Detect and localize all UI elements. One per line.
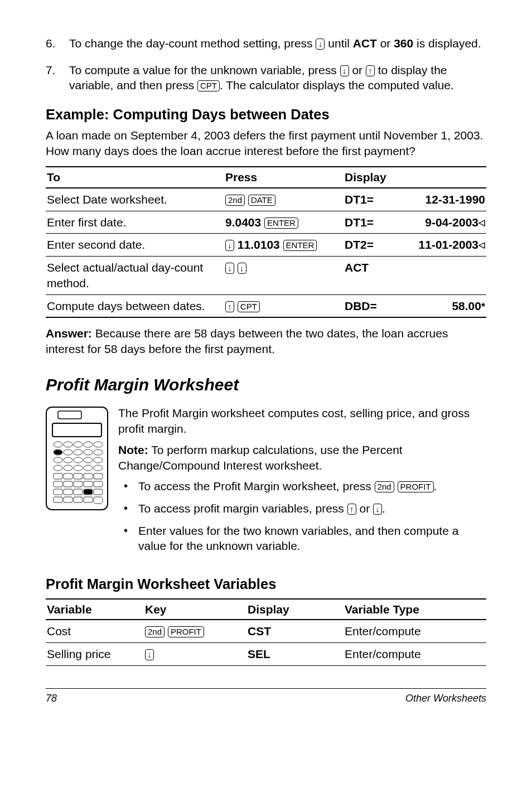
profit-key: PROFIT xyxy=(168,626,204,637)
svg-rect-42 xyxy=(94,497,103,504)
table-row: Compute days between dates. ↑ CPT DBD= 5… xyxy=(46,294,486,317)
enter-key: ENTER xyxy=(283,240,317,251)
svg-rect-30 xyxy=(74,481,83,487)
profit-text: The Profit Margin worksheet computes cos… xyxy=(118,405,486,560)
svg-rect-32 xyxy=(94,481,103,487)
svg-point-21 xyxy=(84,465,93,471)
col-key: Key xyxy=(144,599,246,620)
svg-point-17 xyxy=(94,457,103,463)
text: . The calculator displays the computed v… xyxy=(220,79,454,91)
second-key: 2nd xyxy=(145,626,165,637)
text: . xyxy=(382,502,385,515)
example-table: To Press Display Select Date worksheet. … xyxy=(46,166,486,318)
svg-rect-34 xyxy=(64,489,72,495)
svg-point-18 xyxy=(54,465,62,471)
col-type: Variable Type xyxy=(344,599,486,620)
cell-value: 58.00* xyxy=(393,294,486,317)
cell-display: DT1= xyxy=(344,211,393,234)
svg-rect-41 xyxy=(84,497,93,502)
up-arrow-key: ↑ xyxy=(225,301,234,312)
cell-display: ACT xyxy=(344,257,393,294)
down-arrow-key: ↓ xyxy=(145,649,154,660)
cell-value: 9-04-2003◁ xyxy=(393,211,486,234)
svg-rect-38 xyxy=(54,497,62,502)
down-arrow-key: ↓ xyxy=(238,263,246,274)
profit-bullets: To access the Profit Margin worksheet, p… xyxy=(119,478,486,554)
svg-point-11 xyxy=(84,450,93,455)
page-footer: 78 Other Worksheets xyxy=(46,688,486,705)
example-intro: A loan made on September 4, 2003 defers … xyxy=(46,128,486,158)
list-item: To access the Profit Margin worksheet, p… xyxy=(119,478,486,494)
profit-note: Note: To perform markup calculations, us… xyxy=(118,442,486,473)
text: or xyxy=(377,37,394,50)
text: To compute a value for the unknown varia… xyxy=(69,64,340,76)
svg-rect-37 xyxy=(94,489,103,495)
svg-point-4 xyxy=(64,442,72,447)
calculator-icon xyxy=(46,407,108,560)
svg-rect-31 xyxy=(84,481,93,487)
cell-value: 11-01-2003◁ xyxy=(393,234,486,257)
entry-value: 11.0103 xyxy=(238,238,280,251)
table-row: Enter first date. 9.0403 ENTER DT1= 9-04… xyxy=(46,211,486,234)
text: To change the day-count method setting, … xyxy=(69,37,316,50)
answer-para: Answer: Because there are 58 days betwee… xyxy=(46,326,486,356)
down-arrow-key: ↓ xyxy=(225,263,234,274)
cell-type: Enter/compute xyxy=(344,643,486,666)
cell-press: 9.0403 ENTER xyxy=(224,211,344,234)
svg-rect-39 xyxy=(64,497,72,502)
col-display: Display xyxy=(246,599,344,620)
list-item: Enter values for the two known variables… xyxy=(119,523,486,554)
cell-press: ↓ ↓ xyxy=(224,257,344,294)
svg-rect-26 xyxy=(84,473,93,479)
cell-press: ↑ CPT xyxy=(224,294,344,317)
cell-display: CST xyxy=(246,620,344,642)
step-number: 6. xyxy=(46,36,69,51)
360-label: 360 xyxy=(394,37,413,50)
svg-rect-35 xyxy=(74,489,83,495)
text: To access profit margin variables, press xyxy=(138,502,347,515)
date-key: DATE xyxy=(248,195,275,206)
cell-variable: Selling price xyxy=(46,643,144,666)
cell-value xyxy=(393,257,486,294)
cell-display: DT1= xyxy=(344,188,393,211)
svg-point-5 xyxy=(74,442,83,447)
down-arrow-key: ↓ xyxy=(340,65,349,76)
cell-variable: Cost xyxy=(46,620,144,642)
svg-rect-28 xyxy=(54,481,62,487)
down-arrow-key: ↓ xyxy=(316,38,325,50)
cell-display: SEL xyxy=(246,643,344,666)
step-7: 7. To compute a value for the unknown va… xyxy=(46,62,486,93)
down-arrow-key: ↓ xyxy=(225,240,234,251)
svg-rect-2 xyxy=(52,423,101,437)
text: or xyxy=(349,64,366,76)
svg-point-22 xyxy=(94,465,103,471)
profit-section: The Profit Margin worksheet computes cos… xyxy=(46,405,486,560)
compute-indicator-icon: * xyxy=(481,301,485,312)
text: To access the Profit Margin worksheet, p… xyxy=(138,480,375,492)
text: is displayed. xyxy=(413,37,481,50)
answer-text: Because there are 58 days between the tw… xyxy=(46,327,448,355)
col-to: To xyxy=(46,167,224,188)
table-row: Enter second date. ↓ 11.0103 ENTER DT2= … xyxy=(46,234,486,257)
cell-to: Enter first date. xyxy=(46,211,224,234)
cell-display: DBD= xyxy=(344,294,393,317)
step-body: To compute a value for the unknown varia… xyxy=(69,62,486,93)
cpt-key: CPT xyxy=(197,80,220,91)
cell-type: Enter/compute xyxy=(344,620,486,642)
svg-rect-40 xyxy=(74,497,83,502)
svg-point-20 xyxy=(74,465,83,471)
table-row: Select actual/actual day-count method. ↓… xyxy=(46,257,486,294)
svg-point-9 xyxy=(64,450,72,455)
answer-label: Answer: xyxy=(46,327,92,340)
down-arrow-key: ↓ xyxy=(373,504,382,515)
text: . xyxy=(434,480,437,492)
enter-indicator-icon: ◁ xyxy=(478,218,485,227)
svg-rect-27 xyxy=(94,473,103,479)
cell-to: Select actual/actual day-count method. xyxy=(46,257,224,294)
vars-heading: Profit Margin Worksheet Variables xyxy=(46,575,486,594)
svg-rect-33 xyxy=(54,489,62,495)
svg-point-10 xyxy=(74,450,83,455)
cell-key: 2nd PROFIT xyxy=(144,620,246,642)
enter-key: ENTER xyxy=(264,218,298,229)
svg-rect-1 xyxy=(58,411,81,419)
